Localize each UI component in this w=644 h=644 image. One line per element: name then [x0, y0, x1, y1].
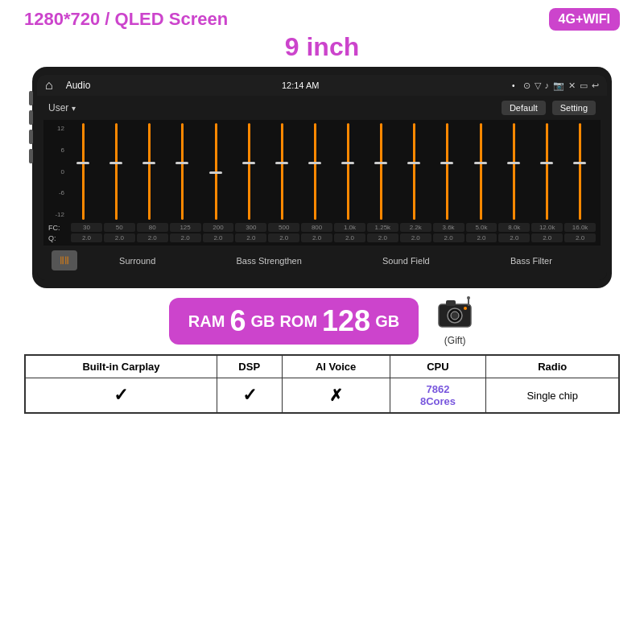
slider-handle-1: [109, 162, 122, 164]
fc-val-1[interactable]: 50: [104, 223, 135, 232]
ram-rom-section: RAM 6 GB ROM 128 GB (Gift): [24, 296, 620, 346]
slider-track-14: [546, 123, 548, 220]
audio-title: Audio: [66, 80, 91, 91]
slider-handle-11: [440, 162, 453, 164]
eq-channel-12[interactable]: [465, 123, 497, 220]
ai-voice-cross: ✗: [282, 378, 390, 414]
fc-val-15[interactable]: 16.0k: [564, 223, 596, 232]
q-val-8[interactable]: 2.0: [334, 233, 365, 242]
th-carplay: Built-in Carplay: [25, 355, 217, 378]
q-val-3[interactable]: 2.0: [170, 233, 201, 242]
fc-val-4[interactable]: 200: [203, 223, 234, 232]
fc-val-5[interactable]: 300: [235, 223, 266, 232]
scale-neg12: -12: [48, 211, 64, 218]
q-val-1[interactable]: 2.0: [104, 233, 135, 242]
eq-channel-0[interactable]: [68, 123, 99, 220]
fc-val-7[interactable]: 800: [301, 223, 332, 232]
slider-track-12: [480, 123, 482, 220]
features-header-row: Built-in Carplay DSP AI Voice CPU Radio: [25, 355, 619, 378]
fc-val-6[interactable]: 500: [268, 223, 299, 232]
side-btn-1: [29, 91, 33, 105]
q-val-13[interactable]: 2.0: [498, 233, 530, 242]
eq-channel-15[interactable]: [564, 123, 596, 220]
home-icon[interactable]: ⌂: [45, 78, 53, 93]
fc-val-0[interactable]: 30: [71, 223, 102, 232]
fc-val-11[interactable]: 3.6k: [433, 223, 464, 232]
eq-channel-9[interactable]: [365, 123, 397, 220]
fc-val-13[interactable]: 8.0k: [498, 223, 530, 232]
q-val-7[interactable]: 2.0: [301, 233, 332, 242]
svg-point-6: [467, 296, 470, 299]
q-val-5[interactable]: 2.0: [235, 233, 266, 242]
side-btn-2: [29, 110, 33, 125]
status-dot: •: [512, 81, 515, 90]
back-icon: ↩: [592, 80, 599, 91]
q-val-11[interactable]: 2.0: [433, 233, 464, 242]
svg-point-2: [451, 312, 459, 320]
fc-val-8[interactable]: 1.0k: [334, 223, 365, 232]
q-val-2[interactable]: 2.0: [137, 233, 168, 242]
eq-channel-10[interactable]: [398, 123, 430, 220]
eq-channel-2[interactable]: [134, 123, 165, 220]
fc-val-9[interactable]: 1.25k: [367, 223, 398, 232]
q-row: Q: 2.02.02.02.02.02.02.02.02.02.02.02.02…: [48, 233, 596, 242]
nav-item-0[interactable]: Surround: [119, 256, 155, 266]
svg-point-4: [464, 307, 467, 310]
slider-handle-13: [507, 162, 520, 164]
eq-channel-14[interactable]: [531, 123, 563, 220]
user-select[interactable]: User ▾: [48, 102, 76, 114]
side-btn-4: [29, 149, 33, 163]
slider-handle-8: [341, 162, 354, 164]
fc-val-10[interactable]: 2.2k: [400, 223, 431, 232]
fc-row: FC: 3050801252003005008001.0k1.25k2.2k3.…: [48, 223, 596, 232]
nav-items: SurroundBass StrengthenSound FieldBass F…: [79, 256, 592, 266]
ram-label: RAM: [188, 312, 225, 331]
eq-controls-row: User ▾ Default Setting: [43, 101, 601, 115]
q-values: 2.02.02.02.02.02.02.02.02.02.02.02.02.02…: [71, 233, 596, 242]
page-container: 1280*720 / QLED Screen 4G+WIFI 9 inch ⌂ …: [0, 0, 644, 644]
fc-val-3[interactable]: 125: [170, 223, 201, 232]
eq-channel-6[interactable]: [266, 123, 298, 220]
eq-channel-1[interactable]: [101, 123, 132, 220]
dsp-checkmark: ✓: [242, 385, 257, 405]
dropdown-arrow-icon: ▾: [72, 104, 76, 113]
q-val-10[interactable]: 2.0: [400, 233, 431, 242]
ram-unit: GB: [250, 312, 275, 331]
ram-rom-badge: RAM 6 GB ROM 128 GB: [169, 298, 419, 345]
slider-track-0: [82, 123, 85, 220]
eq-channel-7[interactable]: [299, 123, 331, 220]
nav-item-1[interactable]: Bass Strengthen: [237, 256, 302, 266]
setting-button[interactable]: Setting: [552, 101, 596, 115]
slider-handle-14: [540, 162, 553, 164]
nav-item-3[interactable]: Bass Filter: [510, 256, 552, 266]
nav-item-2[interactable]: Sound Field: [382, 256, 430, 266]
fc-val-14[interactable]: 12.0k: [531, 223, 563, 232]
fc-val-2[interactable]: 80: [137, 223, 168, 232]
q-val-9[interactable]: 2.0: [367, 233, 398, 242]
eq-channel-11[interactable]: [431, 123, 463, 220]
eq-nav-active[interactable]: ⫴⫴: [52, 250, 77, 270]
eq-channel-4[interactable]: [200, 123, 232, 220]
q-val-4[interactable]: 2.0: [203, 233, 234, 242]
rom-label: ROM: [279, 312, 317, 331]
eq-channel-5[interactable]: [233, 123, 265, 220]
scale-6: 6: [48, 147, 64, 154]
th-cpu: CPU: [390, 355, 486, 378]
q-val-6[interactable]: 2.0: [268, 233, 299, 242]
carplay-check: ✓: [25, 378, 217, 414]
q-val-14[interactable]: 2.0: [531, 233, 563, 242]
close-icon: ✕: [568, 80, 576, 91]
eq-channel-8[interactable]: [332, 123, 364, 220]
features-data-row: ✓ ✓ ✗ 78628Cores Single chip: [25, 378, 619, 414]
slider-track-7: [314, 123, 316, 220]
carplay-checkmark: ✓: [114, 385, 128, 405]
q-val-12[interactable]: 2.0: [466, 233, 497, 242]
q-val-0[interactable]: 2.0: [71, 233, 102, 242]
eq-channel-3[interactable]: [167, 123, 198, 220]
q-val-15[interactable]: 2.0: [564, 233, 596, 242]
fc-val-12[interactable]: 5.0k: [466, 223, 497, 232]
slider-handle-10: [407, 162, 420, 164]
status-bar: ⌂ Audio 12:14 AM • ⊙ ▽ ♪ 📷 ✕ ▭ ↩: [37, 75, 607, 96]
eq-channel-13[interactable]: [498, 123, 530, 220]
default-button[interactable]: Default: [502, 101, 546, 115]
